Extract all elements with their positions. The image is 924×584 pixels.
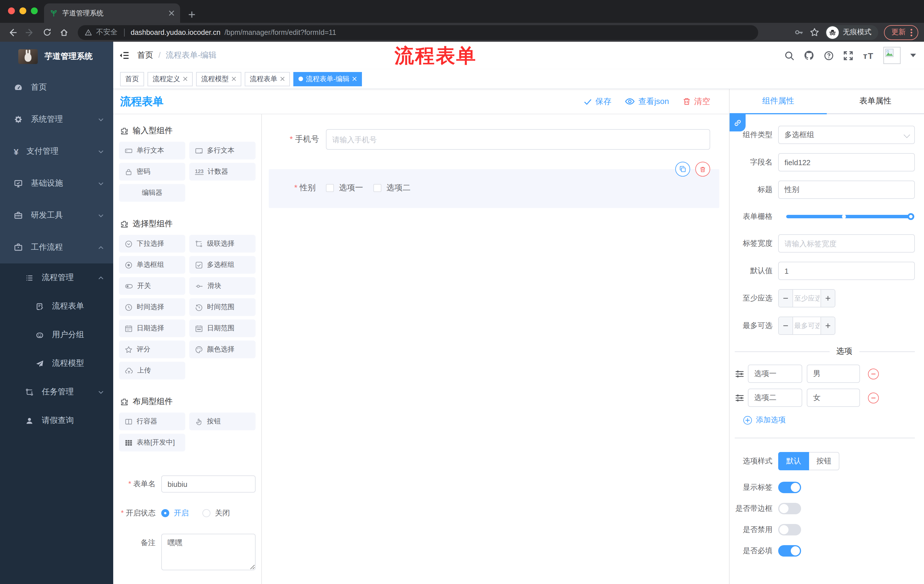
avatar[interactable] <box>883 47 901 64</box>
github-icon[interactable] <box>804 50 815 61</box>
minimize-window-button[interactable] <box>20 7 26 14</box>
tag-process-definition[interactable]: 流程定义 <box>147 72 193 86</box>
gender-checkbox-option1[interactable]: 选项一 <box>326 183 363 193</box>
breadcrumb-home[interactable]: 首页 <box>137 50 153 61</box>
tag-process-form-edit[interactable]: 流程表单-编辑 <box>293 72 362 86</box>
drag-handle-icon[interactable] <box>735 393 744 403</box>
form-remark-textarea[interactable]: 嘿嘿 <box>161 534 256 570</box>
option-value-input[interactable] <box>807 388 860 407</box>
incognito-badge[interactable]: 无痕模式 <box>825 25 878 40</box>
max-input[interactable] <box>793 317 820 334</box>
palette-item-slider[interactable]: 滑块 <box>189 277 256 295</box>
palette-item-time-picker[interactable]: 时间选择 <box>119 298 185 316</box>
remove-option-button[interactable] <box>868 368 879 379</box>
clear-button[interactable]: 清空 <box>683 96 710 107</box>
back-icon[interactable] <box>6 25 20 39</box>
palette-item-time-range[interactable]: 时间范围 <box>189 298 256 316</box>
required-toggle[interactable] <box>778 545 801 556</box>
tab-component-props[interactable]: 组件属性 <box>729 89 827 114</box>
sidebar-item-task-mgmt[interactable]: 任务管理 <box>0 378 113 406</box>
phone-input[interactable] <box>326 129 710 150</box>
min-input[interactable] <box>793 290 820 307</box>
decrease-button[interactable] <box>779 317 793 334</box>
fullscreen-icon[interactable] <box>844 51 853 60</box>
close-icon[interactable] <box>280 77 285 81</box>
increase-button[interactable] <box>820 290 835 307</box>
title-input[interactable] <box>778 181 915 199</box>
palette-item-select[interactable]: 下拉选择 <box>119 235 185 253</box>
option-value-input[interactable] <box>807 365 860 383</box>
sidebar-item-infra[interactable]: 基础设施 <box>0 168 113 199</box>
password-key-icon[interactable] <box>794 28 804 37</box>
palette-item-multi-text[interactable]: 多行文本 <box>189 142 256 160</box>
bookmark-star-icon[interactable] <box>810 28 819 37</box>
font-size-icon[interactable]: ᴛT <box>863 51 874 60</box>
sidebar-item-devtools[interactable]: 研发工具 <box>0 199 113 232</box>
sidebar-item-workflow[interactable]: 工作流程 <box>0 232 113 263</box>
palette-item-single-text[interactable]: 单行文本 <box>119 142 185 160</box>
remove-option-button[interactable] <box>868 392 879 403</box>
home-icon[interactable] <box>57 25 71 39</box>
palette-item-counter[interactable]: 123 计数器 <box>189 163 256 181</box>
palette-item-rate[interactable]: 评分 <box>119 341 185 358</box>
default-value-input[interactable] <box>778 262 915 280</box>
field-name-input[interactable] <box>778 153 915 171</box>
new-tab-button[interactable] <box>188 11 196 18</box>
increase-button[interactable] <box>820 317 835 334</box>
palette-item-switch[interactable]: 开关 <box>119 277 185 295</box>
show-label-toggle[interactable] <box>778 482 801 493</box>
sidebar-item-leave-query[interactable]: 请假查询 <box>0 406 113 435</box>
palette-item-button[interactable]: 按钮 <box>189 413 256 430</box>
save-button[interactable]: 保存 <box>584 96 612 107</box>
gender-checkbox-option2[interactable]: 选项二 <box>373 183 411 193</box>
help-icon[interactable] <box>824 51 834 60</box>
tag-process-form[interactable]: 流程表单 <box>245 72 290 86</box>
sidebar-item-process-mgmt[interactable]: 流程管理 <box>0 263 113 292</box>
close-icon[interactable] <box>183 77 188 81</box>
palette-item-radio-group[interactable]: 单选框组 <box>119 256 185 274</box>
forward-icon[interactable] <box>23 25 36 39</box>
close-tab-icon[interactable] <box>169 10 174 16</box>
sidebar-item-process-model[interactable]: 流程模型 <box>0 349 113 378</box>
drag-handle-icon[interactable] <box>735 369 744 378</box>
grid-slider[interactable] <box>786 215 909 218</box>
collapse-sidebar-icon[interactable] <box>119 50 129 61</box>
sidebar-item-system[interactable]: 系统管理 <box>0 104 113 135</box>
palette-item-date-range[interactable]: 日期范围 <box>189 319 256 337</box>
palette-item-table[interactable]: 表格[开发中] <box>119 434 185 451</box>
style-default-button[interactable]: 默认 <box>778 452 809 470</box>
palette-item-color-picker[interactable]: 颜色选择 <box>189 341 256 358</box>
slider-handle[interactable] <box>908 213 914 220</box>
copy-component-button[interactable] <box>675 162 690 176</box>
maximize-window-button[interactable] <box>31 7 38 14</box>
address-bar[interactable]: 不安全 dashboard.yudao.iocoder.cn/bpm/manag… <box>78 25 758 40</box>
palette-item-password[interactable]: 密码 <box>119 163 185 181</box>
avatar-caret-icon[interactable] <box>910 54 916 57</box>
add-option-button[interactable]: 添加选项 <box>743 415 924 425</box>
close-window-button[interactable] <box>8 7 15 14</box>
palette-item-checkbox-group[interactable]: 多选框组 <box>189 256 256 274</box>
logo[interactable]: 芋道管理系统 <box>0 42 113 71</box>
decrease-button[interactable] <box>779 290 793 307</box>
option-name-input[interactable] <box>748 388 802 407</box>
palette-item-date-picker[interactable]: 日期选择 <box>119 319 185 337</box>
palette-item-row-container[interactable]: 行容器 <box>119 413 185 430</box>
data-bind-link-badge[interactable] <box>729 114 746 132</box>
tab-form-props[interactable]: 表单属性 <box>827 89 924 114</box>
view-json-button[interactable]: 查看json <box>625 96 669 107</box>
sidebar-item-payment[interactable]: ¥ 支付管理 <box>0 135 113 168</box>
palette-item-editor[interactable]: 编辑器 <box>119 184 185 202</box>
sidebar-item-process-form[interactable]: 流程表单 <box>0 292 113 321</box>
browser-tab[interactable]: 芋道管理系统 <box>44 3 180 23</box>
close-icon[interactable] <box>231 77 236 81</box>
option-name-input[interactable] <box>748 365 802 383</box>
palette-item-upload[interactable]: 上传 <box>119 362 185 380</box>
label-width-input[interactable] <box>778 234 915 253</box>
delete-component-button[interactable] <box>695 162 710 176</box>
radio-open[interactable]: 开启 <box>161 508 189 518</box>
border-toggle[interactable] <box>778 503 801 514</box>
disabled-toggle[interactable] <box>778 524 801 535</box>
sidebar-item-home[interactable]: 首页 <box>0 71 113 104</box>
tag-process-model[interactable]: 流程模型 <box>196 72 241 86</box>
component-type-select[interactable] <box>778 126 915 144</box>
